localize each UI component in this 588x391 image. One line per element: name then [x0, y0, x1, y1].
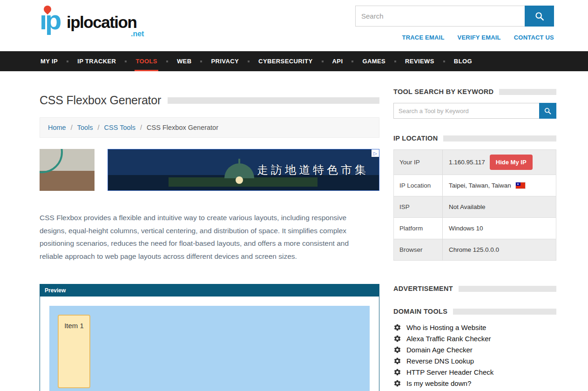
gear-icon — [393, 379, 401, 387]
breadcrumb-separator: / — [98, 124, 100, 131]
ip-row-value: Taipei, Taiwan, Taiwan — [443, 175, 556, 196]
nav-item-games[interactable]: GAMES — [361, 51, 386, 71]
heading-decorative-bar — [459, 286, 556, 292]
gear-icon — [393, 335, 401, 343]
header-link-trace-email[interactable]: TRACE EMAIL — [402, 34, 445, 41]
nav-item-web[interactable]: WEB — [176, 51, 193, 71]
ad-building-silhouette — [169, 177, 318, 187]
domain-tool-link[interactable]: Reverse DNS Lookup — [406, 357, 474, 365]
ad-creative: 走訪地道特色市集 ▷ — [108, 149, 379, 191]
ip-row-value: 1.160.95.117Hide My IP — [443, 150, 556, 175]
nav-item-my-ip[interactable]: MY IP — [40, 51, 59, 71]
content: CSS Flexbox Generator Home/Tools/CSS Too… — [0, 71, 588, 391]
ip-table-row: BrowserChrome 125.0.0.0 — [394, 239, 556, 261]
domain-tool-link[interactable]: Domain Age Checker — [406, 346, 473, 354]
header-link-verify-email[interactable]: VERIFY EMAIL — [458, 34, 501, 41]
domain-tool-item-domain-age-checker[interactable]: Domain Age Checker — [393, 346, 556, 354]
domain-tool-item-reverse-dns-lookup[interactable]: Reverse DNS Lookup — [393, 357, 556, 365]
tool-search — [393, 103, 556, 119]
domain-tool-link[interactable]: HTTP Server Header Check — [406, 368, 493, 376]
nav-item-privacy[interactable]: PRIVACY — [210, 51, 240, 71]
header-links: TRACE EMAILVERIFY EMAILCONTACT US — [402, 34, 554, 41]
nav-separator — [200, 61, 202, 62]
gear-icon — [393, 357, 401, 365]
tool-search-heading: TOOL SEARCH BY KEYWORD — [393, 88, 493, 95]
sidebar: TOOL SEARCH BY KEYWORD IP LOCATION Your … — [393, 88, 556, 391]
domain-tool-link[interactable]: Who is Hosting a Website — [406, 324, 486, 331]
tool-search-input[interactable] — [393, 103, 539, 119]
header-link-contact-us[interactable]: CONTACT US — [514, 34, 554, 41]
nav-separator — [351, 61, 353, 62]
domain-tool-item-alexa-traffic-rank-checker[interactable]: Alexa Traffic Rank Checker — [393, 335, 556, 343]
header-right: TRACE EMAILVERIFY EMAILCONTACT US — [355, 6, 554, 41]
breadcrumb: Home/Tools/CSS Tools/CSS Flexbox Generat… — [40, 117, 379, 138]
nav-item-api[interactable]: API — [331, 51, 344, 71]
site-search — [355, 6, 554, 27]
ad-spire — [238, 159, 240, 164]
flag-sun — [517, 183, 519, 185]
ip-location-heading-row: IP LOCATION — [393, 135, 556, 142]
advertisement-heading: ADVERTISEMENT — [393, 285, 453, 292]
logo-tld: .net — [131, 30, 144, 38]
preview-panel-header: Preview — [40, 284, 379, 297]
ip-table-row: Your IP1.160.95.117Hide My IP — [394, 150, 556, 175]
gear-icon — [393, 346, 401, 354]
ip-row-label: IP Location — [394, 175, 443, 196]
domain-tools-heading: DOMAIN TOOLS — [393, 308, 447, 315]
preview-panel: Preview Item 1 — [40, 284, 379, 391]
title-row: CSS Flexbox Generator — [40, 94, 379, 107]
site-search-input[interactable] — [355, 6, 525, 27]
main-column: CSS Flexbox Generator Home/Tools/CSS Too… — [40, 88, 379, 391]
gear-icon — [393, 368, 401, 376]
title-decorative-bar — [168, 97, 379, 104]
breadcrumb-item-css-flexbox-generator: CSS Flexbox Generator — [147, 124, 218, 131]
tool-description: CSS Flexbox provides a flexible and intu… — [40, 211, 370, 263]
ip-value-text: Not Available — [449, 203, 486, 210]
gear-icon — [393, 324, 401, 331]
nav-separator — [125, 61, 127, 62]
ip-value-text: Chrome 125.0.0.0 — [449, 246, 499, 253]
hide-my-ip-button[interactable]: Hide My IP — [490, 155, 533, 170]
nav-separator — [443, 61, 445, 62]
domain-tool-link[interactable]: Is my website down? — [406, 379, 471, 387]
nav-item-tools[interactable]: TOOLS — [135, 51, 158, 71]
tool-search-button[interactable] — [539, 103, 556, 119]
breadcrumb-item-tools[interactable]: Tools — [77, 124, 93, 131]
nav-item-cybersecurity[interactable]: CYBERSECURITY — [257, 51, 313, 71]
site-logo[interactable]: ıp iplocation .net — [40, 6, 151, 46]
page-title: CSS Flexbox Generator — [40, 94, 161, 107]
taiwan-flag-icon — [516, 182, 525, 189]
breadcrumb-separator: / — [71, 124, 73, 131]
domain-tool-item-http-server-header-check[interactable]: HTTP Server Header Check — [393, 368, 556, 376]
nav-item-ip-tracker[interactable]: IP TRACKER — [76, 51, 117, 71]
domain-tool-item-who-is-hosting-a-website[interactable]: Who is Hosting a Website — [393, 324, 556, 331]
domain-tool-item-is-my-website-down[interactable]: Is my website down? — [393, 379, 556, 387]
adchoices-icon[interactable]: ▷ — [372, 149, 379, 157]
nav-separator — [322, 61, 324, 62]
ip-row-value: Not Available — [443, 196, 556, 217]
ip-location-table: Your IP1.160.95.117Hide My IPIP Location… — [393, 149, 556, 261]
ip-table-row: IP LocationTaipei, Taiwan, Taiwan — [394, 175, 556, 196]
logo-text: iplocation — [67, 13, 136, 32]
tool-search-heading-row: TOOL SEARCH BY KEYWORD — [393, 88, 556, 95]
domain-tools-heading-row: DOMAIN TOOLS — [393, 308, 556, 315]
ip-value-text: Windows 10 — [449, 225, 483, 232]
ip-row-label: ISP — [394, 196, 443, 217]
search-icon — [544, 107, 552, 115]
site-search-button[interactable] — [525, 6, 554, 27]
ip-value-text: 1.160.95.117 — [449, 159, 485, 166]
ip-row-value: Chrome 125.0.0.0 — [443, 239, 556, 260]
preview-panel-body: Item 1 — [40, 297, 379, 391]
ad-banner[interactable]: 走訪地道特色市集 ▷ — [40, 149, 379, 191]
search-icon — [534, 11, 545, 21]
nav-separator — [394, 61, 396, 62]
breadcrumb-item-css-tools[interactable]: CSS Tools — [104, 124, 135, 131]
heading-decorative-bar — [453, 309, 556, 315]
header: ıp iplocation .net TRACE EMAILVERIFY EMA… — [0, 0, 588, 51]
nav-separator — [166, 61, 168, 62]
domain-tool-link[interactable]: Alexa Traffic Rank Checker — [406, 335, 491, 343]
nav-item-blog[interactable]: BLOG — [453, 51, 473, 71]
nav-item-reviews[interactable]: REVIEWS — [404, 51, 435, 71]
ip-row-label: Your IP — [394, 150, 443, 175]
breadcrumb-item-home[interactable]: Home — [48, 124, 66, 131]
